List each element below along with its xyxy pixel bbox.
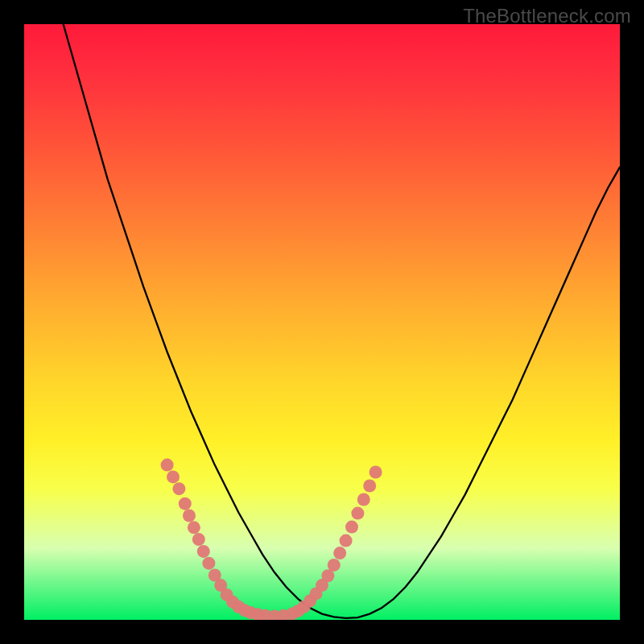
marker-dot [202,557,215,570]
bottleneck-curve [60,24,620,618]
curve-layer [24,24,620,620]
marker-dot [340,535,353,547]
marker-dot [179,497,192,510]
marker-dot [183,510,196,522]
marker-dot [363,480,376,493]
marker-dot [167,470,180,483]
marker-dot [345,521,358,534]
marker-dot [161,459,174,472]
marker-dot [192,533,205,546]
marker-dot [357,493,370,506]
marker-dot [351,507,364,520]
marker-dot [197,545,210,558]
chart-frame: TheBottleneck.com [0,0,644,644]
plot-area [24,24,620,620]
watermark-text: TheBottleneck.com [463,5,631,27]
marker-dots [161,459,382,620]
marker-dot [328,559,341,572]
marker-dot [172,482,185,495]
marker-dot [369,465,382,478]
marker-dot [188,521,200,534]
bottleneck-curve-path [60,24,620,618]
marker-dot [333,547,346,559]
